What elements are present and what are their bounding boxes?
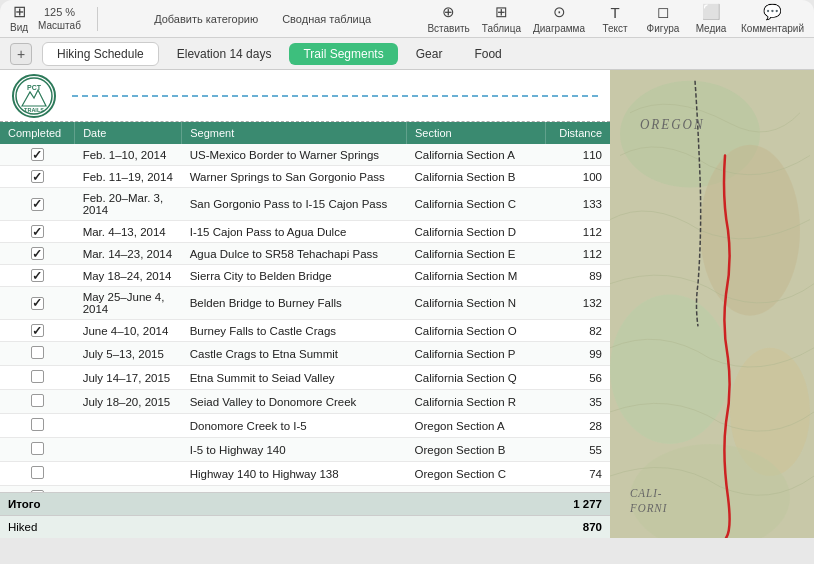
cell-section: California Section N xyxy=(407,287,546,320)
checkbox[interactable] xyxy=(31,370,44,383)
cell-completed[interactable] xyxy=(0,462,75,486)
checkmark-icon: ✓ xyxy=(32,149,42,161)
cell-distance: 56 xyxy=(546,366,610,390)
cell-completed[interactable] xyxy=(0,342,75,366)
cell-completed[interactable]: ✓ xyxy=(0,188,75,221)
cell-date: July 5–13, 2015 xyxy=(75,342,182,366)
cell-section: California Section Q xyxy=(407,366,546,390)
cell-segment: Donomore Creek to I-5 xyxy=(182,414,407,438)
checkmark-icon: ✓ xyxy=(32,198,42,210)
media-icon: ⬜ xyxy=(702,3,721,21)
checkbox[interactable] xyxy=(31,466,44,479)
tab-elevation[interactable]: Elevation 14 days xyxy=(163,43,286,65)
cell-segment: Etna Summit to Seiad Valley xyxy=(182,366,407,390)
checkbox[interactable]: ✓ xyxy=(31,269,44,282)
scale-selector[interactable]: 125 % Масштаб xyxy=(38,6,81,31)
checkbox[interactable] xyxy=(31,442,44,455)
summary-table-button[interactable]: Сводная таблица xyxy=(282,13,371,25)
cell-completed[interactable]: ✓ xyxy=(0,144,75,166)
cell-completed[interactable]: ✓ xyxy=(0,320,75,342)
footer-total-row: Итого 1 277 xyxy=(0,492,610,515)
cell-segment: US-Mexico Border to Warner Springs xyxy=(182,144,407,166)
cell-date: Feb. 20–Mar. 3, 2014 xyxy=(75,188,182,221)
text-button[interactable]: T Текст xyxy=(597,4,633,34)
cell-date: Feb. 11–19, 2014 xyxy=(75,166,182,188)
cell-segment: Castle Crags to Etna Summit xyxy=(182,342,407,366)
footer-hiked-value: 870 xyxy=(542,521,602,533)
cell-completed[interactable]: ✓ xyxy=(0,243,75,265)
table-row: July 18–20, 2015Seiad Valley to Donomore… xyxy=(0,390,610,414)
tab-food[interactable]: Food xyxy=(460,43,515,65)
data-table: Completed Date Segment Section Distance … xyxy=(0,122,610,494)
table-row: Donomore Creek to I-5Oregon Section A28 xyxy=(0,414,610,438)
cell-section: California Section O xyxy=(407,320,546,342)
checkbox[interactable]: ✓ xyxy=(31,225,44,238)
col-header-section: Section xyxy=(407,122,546,144)
col-header-completed: Completed xyxy=(0,122,75,144)
media-button[interactable]: ⬜ Медиа xyxy=(693,3,729,34)
chart-button[interactable]: ⊙ Диаграмма xyxy=(533,3,585,34)
checkbox[interactable]: ✓ xyxy=(31,247,44,260)
cell-completed[interactable]: ✓ xyxy=(0,287,75,320)
add-category-button[interactable]: Добавить категорию xyxy=(154,13,258,25)
cell-segment: Seiad Valley to Donomore Creek xyxy=(182,390,407,414)
checkbox[interactable]: ✓ xyxy=(31,324,44,337)
separator-1 xyxy=(97,7,98,31)
view-button[interactable]: ⊞ Вид xyxy=(10,4,28,33)
cell-date xyxy=(75,438,182,462)
cell-completed[interactable] xyxy=(0,438,75,462)
cell-segment: I-15 Cajon Pass to Agua Dulce xyxy=(182,221,407,243)
checkbox[interactable] xyxy=(31,394,44,407)
table-row: ✓May 25–June 4, 2014Belden Bridge to Bur… xyxy=(0,287,610,320)
cell-distance: 82 xyxy=(546,320,610,342)
table-row: ✓Feb. 20–Mar. 3, 2014San Gorgonio Pass t… xyxy=(0,188,610,221)
checkbox[interactable] xyxy=(31,418,44,431)
checkmark-icon: ✓ xyxy=(32,248,42,260)
cell-distance: 74 xyxy=(546,462,610,486)
cell-completed[interactable] xyxy=(0,366,75,390)
table-row: ✓June 4–10, 2014Burney Falls to Castle C… xyxy=(0,320,610,342)
shape-button[interactable]: ◻ Фигура xyxy=(645,3,681,34)
col-header-date: Date xyxy=(75,122,182,144)
svg-text:PCT: PCT xyxy=(27,84,42,91)
add-tab-button[interactable]: + xyxy=(10,43,32,65)
table-button[interactable]: ⊞ Таблица xyxy=(482,3,521,34)
cell-date: Mar. 4–13, 2014 xyxy=(75,221,182,243)
cell-distance: 89 xyxy=(546,265,610,287)
checkbox[interactable]: ✓ xyxy=(31,170,44,183)
checkbox[interactable]: ✓ xyxy=(31,198,44,211)
cell-segment: Agua Dulce to SR58 Tehachapi Pass xyxy=(182,243,407,265)
cell-completed[interactable] xyxy=(0,414,75,438)
text-icon: T xyxy=(610,4,619,21)
cell-section: California Section D xyxy=(407,221,546,243)
cell-completed[interactable]: ✓ xyxy=(0,265,75,287)
cell-completed[interactable] xyxy=(0,390,75,414)
table-row: ✓May 18–24, 2014Sierra City to Belden Br… xyxy=(0,265,610,287)
tab-gear[interactable]: Gear xyxy=(402,43,457,65)
cell-completed[interactable]: ✓ xyxy=(0,221,75,243)
col-header-segment: Segment xyxy=(182,122,407,144)
tab-trail-segments[interactable]: Trail Segments xyxy=(289,43,397,65)
cell-distance: 112 xyxy=(546,243,610,265)
cell-completed[interactable]: ✓ xyxy=(0,166,75,188)
checkmark-icon: ✓ xyxy=(32,226,42,238)
insert-button[interactable]: ⊕ Вставить xyxy=(427,3,469,34)
comment-button[interactable]: 💬 Комментарий xyxy=(741,3,804,34)
cell-date: Mar. 14–23, 2014 xyxy=(75,243,182,265)
checkbox[interactable]: ✓ xyxy=(31,297,44,310)
cell-distance: 55 xyxy=(546,438,610,462)
table-row: July 14–17, 2015Etna Summit to Seiad Val… xyxy=(0,366,610,390)
checkbox[interactable]: ✓ xyxy=(31,148,44,161)
footer-hiked-label: Hiked xyxy=(8,521,542,533)
footer-total-label: Итого xyxy=(8,498,542,510)
tab-hiking-schedule[interactable]: Hiking Schedule xyxy=(42,42,159,66)
checkmark-icon: ✓ xyxy=(32,325,42,337)
checkbox[interactable] xyxy=(31,346,44,359)
svg-point-6 xyxy=(700,145,800,316)
cell-segment: Warner Springs to San Gorgonio Pass xyxy=(182,166,407,188)
cell-distance: 112 xyxy=(546,221,610,243)
cell-section: California Section B xyxy=(407,166,546,188)
svg-text:CALI-: CALI- xyxy=(630,487,662,499)
logo-area: PCT TRAILS xyxy=(0,70,610,122)
table-row: July 5–13, 2015Castle Crags to Etna Summ… xyxy=(0,342,610,366)
